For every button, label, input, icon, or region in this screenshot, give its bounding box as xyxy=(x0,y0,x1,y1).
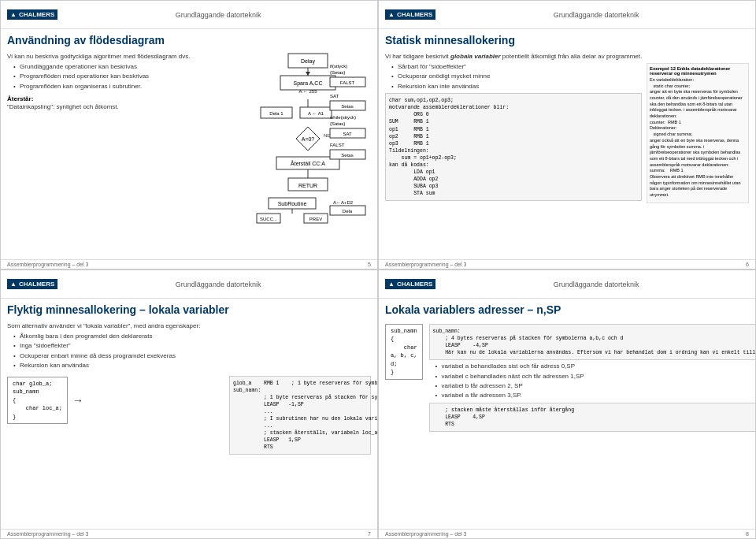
slide-4-right: sub_namn: ; 4 bytes reserveras på stacke… xyxy=(429,322,755,434)
bullet-1-1: Programflöden med operationer kan beskri… xyxy=(13,72,240,80)
bullet-1-2: Programflöden kan organiseras i subrutin… xyxy=(13,83,240,91)
bullet-2-2: Rekursion kan inte användas xyxy=(391,83,642,91)
slide-2-header: ▲ CHALMERS Grundläggande datorteknik xyxy=(379,1,755,29)
logo-2: ▲ CHALMERS xyxy=(385,9,435,20)
slide-2: ▲ CHALMERS Grundläggande datorteknik Sta… xyxy=(378,0,756,270)
slide-1-header: ▲ CHALMERS Grundläggande datorteknik xyxy=(1,1,377,29)
svg-text:Setas: Setas xyxy=(341,153,353,158)
slide-2-bullets: Sårbart för "sidoeffekter" Ockuperar onö… xyxy=(385,63,642,91)
slide-4-footer-right: 8 xyxy=(746,531,749,537)
svg-text:if(sttyck): if(sttyck) xyxy=(330,64,347,69)
slide-1-main-title: Användning av flödesdiagram xyxy=(7,34,371,47)
svg-text:Spara A,CC: Spara A,CC xyxy=(294,80,323,87)
slide-4-footer: Assemblerprogrammering – del 3 8 xyxy=(379,529,755,538)
slide-3-body: char glob_a;sub_namn{ char loc_a;} → glo… xyxy=(7,374,371,458)
slide-4-footer-left: Assemblerprogrammering – del 3 xyxy=(385,531,467,537)
slide-4: ▲ CHALMERS Grundläggande datorteknik Lok… xyxy=(378,270,756,539)
flowchart-svg: Delay Spara A,CC A ← 255 Dela 1 xyxy=(245,52,371,225)
svg-text:A ← A1: A ← A1 xyxy=(308,111,324,116)
logo-box-4: ▲ CHALMERS xyxy=(385,279,435,289)
bullet-2-0: Sårbart för "sidoeffekter" xyxy=(391,63,642,71)
slide-3-main-title: Flyktig minnesallokering – lokala variab… xyxy=(7,303,371,317)
slide-3-footer-left: Assemblerprogrammering – del 3 xyxy=(7,531,89,537)
slide-2-right: Exempel 12 Enkla datadeklarationer reser… xyxy=(647,63,749,203)
slide-1-flowchart: Delay Spara A,CC A ← 255 Dela 1 xyxy=(245,52,371,229)
slide-1: ▲ CHALMERS Grundläggande datorteknik Anv… xyxy=(0,0,378,270)
slide-3-footer: Assemblerprogrammering – del 3 7 xyxy=(1,529,377,538)
logo-3: ▲ CHALMERS xyxy=(7,279,57,289)
slide-2-footer-right: 6 xyxy=(746,262,749,267)
svg-text:FALST: FALST xyxy=(330,143,345,147)
slide-2-footer-left: Assemblerprogrammering – del 3 xyxy=(385,262,467,267)
bullet-2-1: Ockuperar onödigt mycket minne xyxy=(391,72,642,80)
aterstaar-title: Återstår: xyxy=(7,95,33,102)
slide-1-header-title: Grundläggande datorteknik xyxy=(65,11,371,19)
svg-text:RETUR: RETUR xyxy=(298,183,317,188)
slide-4-closing-code: ; stacken måste återställas inför återgå… xyxy=(429,403,755,432)
slide-2-left: Sårbart för "sidoeffekter" Ockuperar onö… xyxy=(385,63,642,203)
svg-text:Återställ CC:A: Återställ CC:A xyxy=(291,160,325,166)
svg-text:SUCC...: SUCC... xyxy=(260,217,277,221)
slide-3-header: ▲ CHALMERS Grundläggande datorteknik xyxy=(1,270,377,299)
example-title: Exempel 12 Enkla datadeklarationer reser… xyxy=(650,66,746,76)
slide-4-bullets: variabel a behandlades sist och får adre… xyxy=(429,362,755,400)
slide-3-vars-diagram: char glob_a;sub_namn{ char loc_a;} xyxy=(7,377,68,425)
bullet-4-0: variabel a behandlades sist och får adre… xyxy=(435,362,755,370)
svg-text:Setas: Setas xyxy=(341,104,353,109)
svg-text:A ← 255: A ← 255 xyxy=(298,89,317,94)
slide-3: ▲ CHALMERS Grundläggande datorteknik Fly… xyxy=(0,270,378,539)
svg-text:Delay: Delay xyxy=(301,58,315,65)
aterstaar-text: "Datainkapsling": synlighet och åtkomst. xyxy=(7,102,240,111)
slide-1-content: Användning av flödesdiagram Vi kan nu be… xyxy=(1,29,377,259)
slide-1-footer: Assemblerprogrammering – del 3 5 xyxy=(1,259,377,269)
logo-triangle-icon-3: ▲ xyxy=(10,281,17,288)
svg-text:{Setas}: {Setas} xyxy=(330,70,345,75)
logo-triangle-icon-2: ▲ xyxy=(388,11,395,18)
slide-1-text: Vi kan nu beskriva godtyckliga algoritme… xyxy=(7,52,240,229)
logo-1: ▲ CHALMERS xyxy=(7,9,57,20)
svg-text:A=0?: A=0? xyxy=(302,136,315,142)
bullet-3-3: Rekursion kan användas xyxy=(13,362,371,370)
bullet-4-3: variabel a får adressen 3,SP. xyxy=(435,392,755,400)
logo-4: ▲ CHALMERS xyxy=(385,279,435,289)
svg-text:SAT: SAT xyxy=(330,94,339,99)
logo-box-1: ▲ CHALMERS xyxy=(7,9,57,20)
svg-text:A←A+D2: A←A+D2 xyxy=(333,200,354,205)
example-text: En variabeldeklaration: static char coun… xyxy=(650,77,746,199)
slide-2-body: Sårbart för "sidoeffekter" Ockuperar onö… xyxy=(385,63,749,203)
bullet-3-1: Inga "sidoeffekter" xyxy=(13,342,371,350)
slide-2-content: Statisk minnesallokering Vi har tidigare… xyxy=(379,29,755,259)
slide-3-footer-right: 7 xyxy=(368,531,371,537)
slide-2-intro: Vi har tidigare beskrivit globala variab… xyxy=(385,52,749,61)
slide-3-header-title: Grundläggande datorteknik xyxy=(65,281,371,288)
slide-grid: ▲ CHALMERS Grundläggande datorteknik Anv… xyxy=(0,0,756,539)
logo-text-3: CHALMERS xyxy=(19,281,54,288)
slide-4-header: ▲ CHALMERS Grundläggande datorteknik xyxy=(379,270,755,299)
slide-3-intro: Som alternativ använder vi "lokala varia… xyxy=(7,322,371,330)
svg-marker-3 xyxy=(306,72,310,76)
slide-4-code-explanation: sub_namn: ; 4 bytes reserveras på stacke… xyxy=(429,324,755,360)
svg-text:while(sttyck): while(sttyck) xyxy=(329,115,356,120)
bullet-4-1: variabel c behandlades näst och får adre… xyxy=(435,373,755,381)
svg-text:Dela: Dela xyxy=(343,209,353,214)
slide-3-bullets: Åtkomlig bara i den programdel den dekla… xyxy=(7,333,371,370)
slide-3-code: glob_a RMB 1 ; 1 byte reserveras för sym… xyxy=(229,376,371,455)
svg-text:{Satas}: {Satas} xyxy=(330,121,345,126)
logo-box-3: ▲ CHALMERS xyxy=(7,279,57,289)
slide-1-body: Vi kan nu beskriva godtyckliga algoritme… xyxy=(7,52,371,229)
slide-4-left: sub_namn{ char a, b, c, d;} xyxy=(385,322,423,434)
slide-3-content: Flyktig minnesallokering – lokala variab… xyxy=(1,299,377,529)
bullet-4-2: variabel b får adressen 2, SP xyxy=(435,382,755,390)
slide-4-main-title: Lokala variablers adresser – n,SP xyxy=(385,303,749,317)
slide-2-main-title: Statisk minnesallokering xyxy=(385,34,749,47)
logo-box-2: ▲ CHALMERS xyxy=(385,9,435,20)
slide-3-diagram: char glob_a;sub_namn{ char loc_a;} → xyxy=(7,374,224,458)
bullet-3-2: Ockuperar enbart minne då dess programde… xyxy=(13,352,371,360)
logo-text-2: CHALMERS xyxy=(397,11,432,18)
logo-triangle-icon-4: ▲ xyxy=(388,281,395,288)
bullet-3-0: Åtkomlig bara i den programdel den dekla… xyxy=(13,333,371,340)
svg-text:SubRoutine: SubRoutine xyxy=(278,201,307,206)
logo-text-1: CHALMERS xyxy=(19,11,54,18)
slide-1-intro: Vi kan nu beskriva godtyckliga algoritme… xyxy=(7,52,240,61)
slide-4-content: Lokala variablers adresser – n,SP sub_na… xyxy=(379,299,755,529)
